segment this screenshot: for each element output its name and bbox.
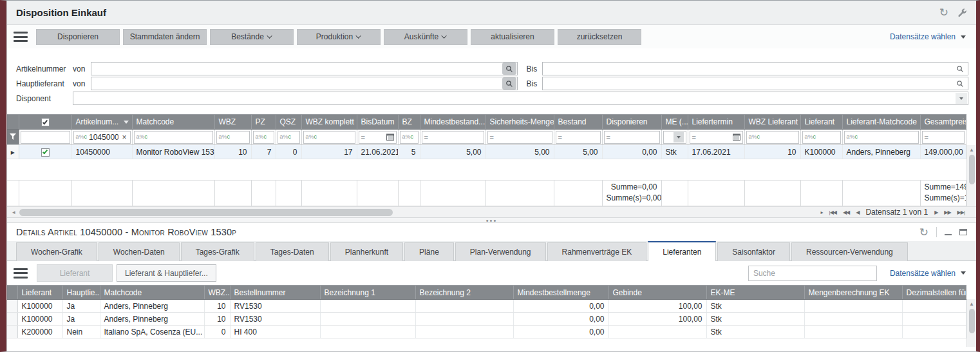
- table-row[interactable]: K100000 Ja Anders, Pinneberg 10 RV1530 0…: [7, 313, 966, 326]
- column-header-mindestbestellmenge[interactable]: Mindestbestellmenge: [513, 286, 608, 300]
- column-header-lieferant[interactable]: Lieferant: [17, 286, 62, 300]
- column-header-bezeichnung-2[interactable]: Bezeichnung 2: [415, 286, 513, 300]
- filter-mindestbestand[interactable]: =: [420, 130, 485, 145]
- filter-pz[interactable]: a%c: [251, 130, 276, 145]
- datensaetze-waehlen-link[interactable]: Datensätze wählen: [890, 32, 970, 41]
- menu-icon[interactable]: [14, 268, 28, 279]
- select-all-checkbox[interactable]: [19, 115, 71, 130]
- filter-bz[interactable]: a%c: [398, 130, 420, 145]
- column-header-ek-me[interactable]: EK-ME: [706, 286, 804, 300]
- column-header-wbz-komplett[interactable]: WBZ komplett: [301, 115, 357, 130]
- minimize-icon[interactable]: [945, 230, 952, 235]
- column-header-qsz[interactable]: QSZ: [276, 115, 301, 130]
- tab-ressourcen-verwendung[interactable]: Ressourcen-Verwendung: [791, 242, 908, 261]
- column-header-wbz-lieferant[interactable]: WBZ Lieferant: [744, 115, 800, 130]
- column-header-bestellnummer[interactable]: Bestellnummer: [230, 286, 320, 300]
- filter-bisdatum[interactable]: =: [357, 130, 398, 145]
- filter-matchcode[interactable]: a%c: [132, 130, 214, 145]
- pager-prev-icon[interactable]: ◀: [856, 210, 859, 215]
- clear-filter-icon[interactable]: ×: [120, 133, 127, 142]
- column-header-matchcode[interactable]: Matchcode: [132, 115, 214, 130]
- auskuenfte-dropdown-button[interactable]: Auskünfte: [384, 29, 467, 45]
- column-header-mindestbestand[interactable]: Mindestbestand...: [420, 115, 485, 130]
- column-header-artikelnummer[interactable]: Artikelnum...: [71, 115, 132, 130]
- wrench-icon[interactable]: [957, 8, 967, 17]
- column-header-pz[interactable]: PZ: [251, 115, 276, 130]
- column-header-me[interactable]: ME (...: [661, 115, 688, 130]
- scroll-up-icon[interactable]: ▲: [969, 299, 974, 309]
- lieferant-button[interactable]: Lieferant: [37, 264, 113, 282]
- maximize-icon[interactable]: [959, 229, 967, 235]
- column-header-matchcode[interactable]: Matchcode: [100, 286, 204, 300]
- column-header-bisdatum[interactable]: BisDatum: [357, 115, 398, 130]
- search-input[interactable]: [749, 269, 876, 278]
- zuruecksetzen-button[interactable]: zurücksetzen: [558, 29, 641, 45]
- pager-last-icon[interactable]: ▶▶|: [957, 210, 965, 215]
- tab-wochen-grafik[interactable]: Wochen-Grafik: [16, 242, 97, 261]
- filter-wbz-komplett[interactable]: a%c: [301, 130, 357, 145]
- column-header-gesamtpreis[interactable]: Gesamtpreis: [920, 115, 966, 130]
- filter-sicherheits-menge[interactable]: =: [485, 130, 554, 145]
- tab-wochen-daten[interactable]: Wochen-Daten: [99, 242, 180, 261]
- column-header-hauptlieferant[interactable]: Hauptlie...: [62, 286, 100, 300]
- filter-wbz[interactable]: a%c: [214, 130, 251, 145]
- scrollbar-thumb[interactable]: [969, 309, 975, 333]
- search-icon[interactable]: [502, 63, 516, 75]
- filter-liefertermin[interactable]: =: [688, 130, 744, 145]
- filter-qsz[interactable]: a%c: [276, 130, 301, 145]
- search-icon[interactable]: [502, 77, 516, 90]
- bestaende-dropdown-button[interactable]: Bestände: [210, 29, 294, 45]
- stammdaten-aendern-button[interactable]: Stammdaten ändern: [123, 29, 207, 45]
- tab-plan-verwendung[interactable]: Plan-Verwendung: [455, 242, 546, 261]
- disponent-combobox[interactable]: [73, 92, 968, 105]
- pager-next-icon[interactable]: ▶: [934, 210, 938, 215]
- column-header-dezimalstellen[interactable]: Dezimalstellen für E: [902, 286, 966, 300]
- column-header-sicherheits-menge[interactable]: Sicherheits-Menge...: [485, 115, 554, 130]
- row-checkbox[interactable]: [19, 145, 71, 159]
- filter-bestand[interactable]: =: [554, 130, 602, 145]
- aktualisieren-button[interactable]: aktualisieren: [471, 29, 554, 45]
- dropdown-icon[interactable]: [674, 132, 684, 142]
- lieferant-hauptlieferant-button[interactable]: Lieferant & Hauptliefer...: [117, 264, 216, 282]
- filter-lieferant-matchcode[interactable]: a%c: [842, 130, 920, 145]
- disponieren-button[interactable]: Disponieren: [36, 29, 120, 45]
- vertical-scrollbar[interactable]: ▲: [966, 299, 976, 347]
- tab-tages-daten[interactable]: Tages-Daten: [256, 242, 329, 261]
- table-row[interactable]: K200000 Nein Italiano SpA, Cosenza (EU..…: [7, 326, 966, 338]
- tab-planherkunft[interactable]: Planherkunft: [330, 242, 403, 261]
- refresh-icon[interactable]: ↻: [939, 7, 948, 18]
- menu-icon[interactable]: [14, 32, 28, 42]
- table-row[interactable]: K100000 Ja Anders, Pinneberg 10 RV1530 0…: [7, 300, 966, 313]
- vertical-scrollbar[interactable]: ▲: [966, 145, 976, 206]
- artikelnummer-bis-input[interactable]: [543, 63, 954, 75]
- filter-wbz-lieferant[interactable]: a%c: [744, 130, 800, 145]
- hauptlieferant-von-input[interactable]: [91, 77, 502, 90]
- calendar-icon[interactable]: [733, 133, 740, 141]
- column-header-liefertermin[interactable]: Liefertermin: [688, 115, 744, 130]
- hauptlieferant-bis-input[interactable]: [543, 77, 954, 90]
- pager-first-icon[interactable]: |◀◀: [829, 210, 836, 215]
- filter-lieferant[interactable]: a%c: [800, 130, 842, 145]
- pager-next-page-icon[interactable]: ▶▶: [944, 210, 950, 215]
- column-header-gebinde[interactable]: Gebinde: [608, 286, 706, 300]
- tab-plaene[interactable]: Pläne: [404, 242, 454, 261]
- artikelnummer-von-input[interactable]: [91, 63, 502, 75]
- filter-checkbox-cell[interactable]: [19, 130, 71, 145]
- pager-prev-page-icon[interactable]: ◀◀: [843, 210, 849, 215]
- tab-rahmenvertraege-ek[interactable]: Rahmenverträge EK: [547, 242, 647, 261]
- column-header-mengenberechnung-ek[interactable]: Mengenberechnung EK: [804, 286, 902, 300]
- splitter-handle[interactable]: •••: [7, 217, 976, 223]
- table-row[interactable]: ▸ 10450000 Monitor RoboView 1530p 10 7 0…: [7, 145, 966, 159]
- scroll-left-icon[interactable]: ◂: [10, 209, 18, 215]
- column-header-disponieren[interactable]: Disponieren: [602, 115, 661, 130]
- scroll-up-icon[interactable]: ▲: [969, 145, 974, 155]
- refresh-icon[interactable]: ↻: [919, 227, 928, 238]
- produktion-dropdown-button[interactable]: Produktion: [297, 29, 381, 45]
- column-header-bestand[interactable]: Bestand: [554, 115, 602, 130]
- tab-saisonfaktor[interactable]: Saisonfaktor: [717, 242, 790, 261]
- column-header-lieferant-matchcode[interactable]: Lieferant-Matchcode: [842, 115, 920, 130]
- datensaetze-waehlen-link[interactable]: Datensätze wählen: [890, 269, 970, 278]
- filter-artikelnummer[interactable]: a%c1045000×: [71, 130, 132, 145]
- pager-expand-icon[interactable]: ▸: [821, 210, 823, 215]
- tab-tages-grafik[interactable]: Tages-Grafik: [181, 242, 254, 261]
